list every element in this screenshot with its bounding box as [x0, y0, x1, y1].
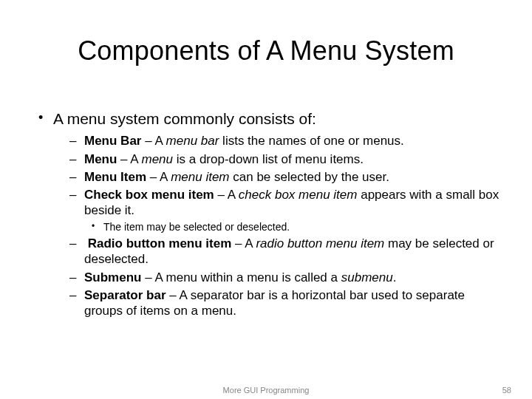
- bullet-list-level3: The item may be selected or deselected.: [84, 221, 505, 234]
- footer-text: More GUI Programming: [0, 386, 532, 395]
- slide-title: Components of A Menu System: [0, 35, 532, 66]
- sep: – A: [117, 152, 141, 166]
- sep: – A menu within a menu is called a: [141, 270, 341, 284]
- term: Radio button menu item: [88, 236, 232, 250]
- rest: is a drop-down list of menu items.: [173, 152, 364, 166]
- sep: – A: [146, 170, 171, 184]
- page-number: 58: [502, 386, 511, 395]
- term: Menu: [84, 152, 117, 166]
- em: menu: [141, 152, 173, 166]
- item-menu-bar: Menu Bar – A menu bar lists the names of…: [53, 133, 505, 149]
- bullet-list-level2: Menu Bar – A menu bar lists the names of…: [53, 133, 505, 318]
- term: Submenu: [84, 270, 141, 284]
- rest: lists the names of one or menus.: [219, 134, 403, 148]
- em: menu item: [171, 170, 229, 184]
- item-submenu: Submenu – A menu within a menu is called…: [53, 270, 505, 285]
- slide-body: A menu system commonly consists of: Menu…: [35, 109, 505, 323]
- item-checkbox-subnote: The item may be selected or deselected.: [84, 221, 505, 234]
- item-radio-menu-item: Radio button menu item – A radio button …: [53, 236, 505, 267]
- item-checkbox-menu-item: Check box menu item – A check box menu i…: [53, 187, 505, 233]
- bullet-list-level1: A menu system commonly consists of: Menu…: [35, 109, 505, 318]
- term: Separator bar: [84, 288, 166, 302]
- term: Menu Bar: [84, 134, 141, 148]
- item-menu-item: Menu Item – A menu item can be selected …: [53, 169, 505, 185]
- term: Check box menu item: [84, 188, 214, 202]
- em: menu bar: [166, 134, 219, 148]
- em: check box menu item: [239, 188, 358, 202]
- sep: – A: [214, 188, 239, 202]
- em: submenu: [341, 270, 393, 284]
- em: radio button menu item: [256, 236, 384, 250]
- rest: .: [393, 270, 397, 284]
- sep: – A: [231, 236, 256, 250]
- item-separator-bar: Separator bar – A separator bar is a hor…: [53, 287, 505, 319]
- item-menu: Menu – A menu is a drop-down list of men…: [53, 151, 505, 167]
- intro-bullet: A menu system commonly consists of: Menu…: [35, 109, 505, 318]
- rest: can be selected by the user.: [230, 170, 389, 184]
- term: Menu Item: [84, 170, 146, 184]
- intro-text: A menu system commonly consists of:: [53, 110, 316, 127]
- sep: – A: [141, 134, 166, 148]
- slide: Components of A Menu System A menu syste…: [0, 0, 532, 399]
